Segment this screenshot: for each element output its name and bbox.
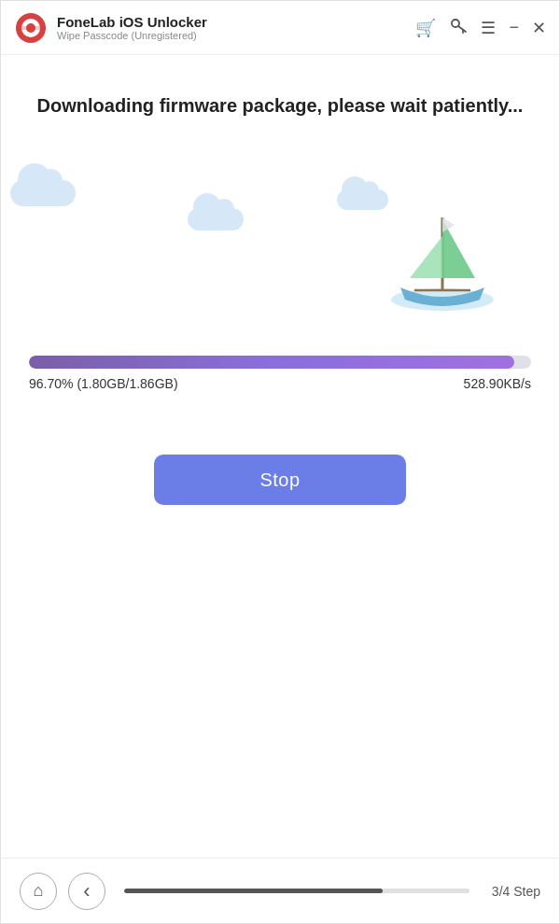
cloud-icon-2 (188, 208, 244, 231)
progress-info: 96.70% (1.80GB/1.86GB) 528.90KB/s (29, 376, 531, 391)
app-logo-icon (14, 11, 48, 45)
app-subtitle: Wipe Passcode (Unregistered) (57, 30, 415, 41)
title-bar-actions: 🛒 ☰ − ✕ (415, 16, 546, 39)
cart-icon[interactable]: 🛒 (415, 18, 436, 38)
back-icon: ‹ (83, 879, 90, 903)
app-title: FoneLab iOS Unlocker (57, 14, 415, 30)
stop-button[interactable]: Stop (154, 455, 406, 505)
sailboat-illustration (382, 189, 503, 320)
title-bar: FoneLab iOS Unlocker Wipe Passcode (Unre… (1, 1, 559, 55)
progress-percent-label: 96.70% (1.80GB/1.86GB) (29, 376, 178, 391)
home-button[interactable]: ⌂ (20, 873, 57, 910)
step-progress-fill (124, 889, 383, 893)
progress-speed-label: 528.90KB/s (464, 376, 531, 391)
app-title-block: FoneLab iOS Unlocker Wipe Passcode (Unre… (57, 14, 415, 41)
menu-icon[interactable]: ☰ (481, 18, 496, 38)
cloud-icon-1 (10, 180, 76, 206)
svg-line-5 (458, 26, 466, 32)
step-label: 3/4 Step (492, 884, 540, 899)
close-icon[interactable]: ✕ (532, 18, 546, 38)
bottom-bar: ⌂ ‹ 3/4 Step (1, 858, 559, 923)
home-icon: ⌂ (34, 881, 44, 901)
progress-section: 96.70% (1.80GB/1.86GB) 528.90KB/s (29, 356, 531, 391)
back-button[interactable]: ‹ (68, 873, 105, 910)
key-icon[interactable] (449, 16, 468, 39)
headline-text: Downloading firmware package, please wai… (37, 92, 524, 119)
svg-rect-3 (16, 26, 46, 30)
illustration-area (29, 152, 531, 339)
progress-bar-track (29, 356, 531, 369)
progress-bar-fill (29, 356, 514, 369)
minimize-icon[interactable]: − (509, 18, 519, 37)
cloud-icon-3 (337, 189, 388, 210)
step-progress-track (124, 889, 469, 893)
main-content: Downloading firmware package, please wai… (1, 55, 559, 505)
